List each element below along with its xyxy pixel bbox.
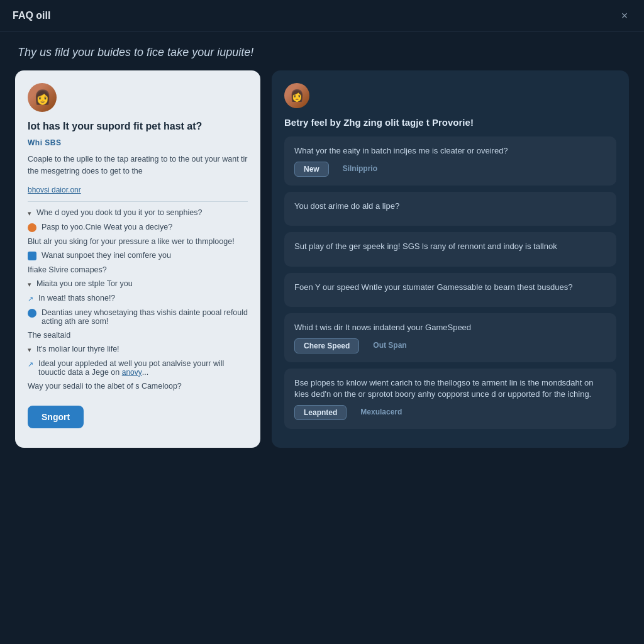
chevron-icon: ▾	[28, 280, 31, 289]
faq-question: Foen Y our speed Wntle your stumater Gam…	[294, 282, 606, 293]
tag-row: Leapnted Mexulacerd	[294, 405, 606, 420]
tag-silnipprio[interactable]: Silnipprio	[334, 162, 386, 177]
list-item: Blut alr you sking for your pressure a l…	[28, 237, 248, 246]
right-panel: 👩 Betry feel by Zhg zing olit tagje t Pr…	[272, 70, 629, 448]
header-banner: Thy us fild your buides to fice take you…	[0, 32, 644, 70]
close-button[interactable]: ×	[618, 9, 631, 23]
faq-question: You dost arime do ald a lipe?	[294, 201, 606, 212]
faq-question: Sut play of the ger speek ing! SGS ls ra…	[294, 241, 606, 252]
left-heading: Iot has It your supord fit pet hast at?	[28, 121, 248, 132]
left-panel: 👩 Iot has It your supord fit pet hast at…	[15, 70, 260, 448]
window-title: FAQ oill	[13, 10, 50, 21]
left-subtitle: Whi SBS	[28, 138, 248, 147]
left-link[interactable]: bhovsi daior.onr	[28, 186, 81, 194]
arrow-icon: ↗	[28, 360, 33, 369]
main-window: FAQ oill × Thy us fild your buides to fi…	[0, 0, 644, 644]
avatar-left: 👩	[28, 83, 57, 112]
avatar-right: 👩	[284, 83, 309, 108]
circle-orange-icon	[28, 223, 36, 232]
list-item: ▾ Miaita you ore stple Tor you	[28, 279, 248, 289]
right-heading: Betry feel by Zhg zing olit tagje t Prov…	[284, 117, 616, 128]
arrow-icon: ↗	[28, 295, 33, 303]
chevron-icon: ▾	[28, 209, 31, 218]
faq-item-2: You dost arime do ald a lipe?	[284, 192, 616, 226]
faq-item-3: Sut play of the ger speek ing! SGS ls ra…	[284, 232, 616, 266]
faq-question: Whid t wis dir It nows indatend your Gam…	[294, 322, 606, 333]
tag-new[interactable]: New	[294, 162, 329, 177]
list-item: The sealtaid	[28, 331, 248, 340]
list-item: ↗ Ideal your appleded at well you pot an…	[28, 359, 248, 377]
titlebar: FAQ oill ×	[0, 0, 644, 32]
faq-question: Bse plopes to knlow wient carich to the …	[294, 377, 606, 400]
chevron-icon: ▾	[28, 346, 31, 354]
left-divider	[28, 201, 248, 202]
list-item: Pasp to yoo.Cnie Weat you a deciye?	[28, 223, 248, 232]
list-item: ▾ Whe d oyed you dook td you it yor to s…	[28, 208, 248, 218]
faq-item-5: Whid t wis dir It nows indatend your Gam…	[284, 313, 616, 362]
faq-item-1: What yor the eaity in batch incljes me i…	[284, 136, 616, 186]
list-item: Way your sedali to the albet of s Camelo…	[28, 382, 248, 391]
tag-row: Chere Speed Out Span	[294, 338, 606, 353]
tag-row: New Silnipprio	[294, 162, 606, 177]
tag-leapnted[interactable]: Leapnted	[294, 405, 347, 420]
list-item: Wanat sunpoet they inel comfere you	[28, 251, 248, 260]
faq-question: What yor the eaity in batch incljes me i…	[294, 145, 606, 157]
tag-out-span[interactable]: Out Span	[364, 338, 415, 353]
circle-blue-icon	[28, 309, 36, 318]
cta-button[interactable]: Sngort	[28, 406, 84, 428]
faq-item-6: Bse plopes to knlow wient carich to the …	[284, 369, 616, 429]
square-blue-icon	[28, 252, 36, 260]
tag-chere-speed[interactable]: Chere Speed	[294, 338, 359, 353]
list-item: ▾ It's moliar lour thyre life!	[28, 345, 248, 354]
list-item: Ifiake Slvire comapes?	[28, 265, 248, 274]
left-description: Coaple to the uplle to the tap areating …	[28, 153, 248, 177]
main-content: 👩 Iot has It your supord fit pet hast at…	[0, 70, 644, 463]
tag-mexulacerd[interactable]: Mexulacerd	[352, 405, 411, 420]
inline-link[interactable]: anovy	[122, 368, 142, 377]
faq-item-4: Foen Y our speed Wntle your stumater Gam…	[284, 273, 616, 307]
list-item: Deantias uney whosetaying thas vishis da…	[28, 308, 248, 326]
list-item: ↗ In weat! thats shone!?	[28, 294, 248, 303]
